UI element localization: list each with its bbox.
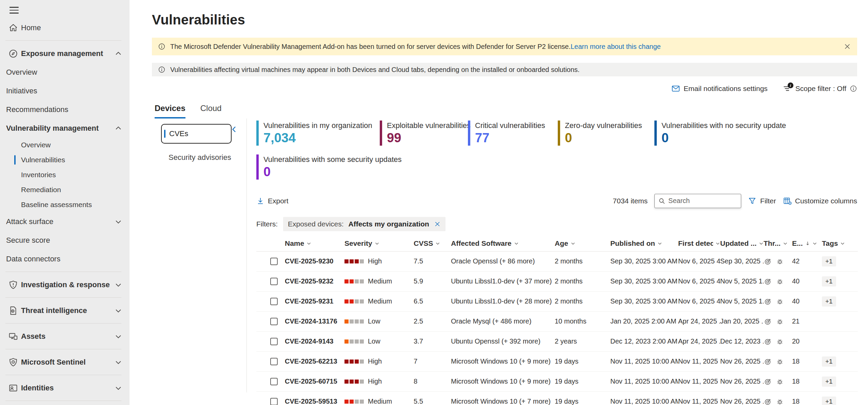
remove-filter-icon[interactable] (434, 221, 441, 227)
sidebar-item-inventories[interactable]: Inventories (0, 167, 130, 182)
tags-badge[interactable]: +1 (822, 397, 836, 405)
exposed-devices-count: 20 (792, 337, 822, 345)
collapse-panel-icon[interactable] (230, 125, 238, 133)
filter-label: Filter (760, 197, 776, 205)
column-header-first-detected[interactable]: First detecte (678, 239, 720, 247)
tab-devices[interactable]: Devices (155, 104, 185, 118)
table-row[interactable]: CVE-2024-9143 Low 3.7 Ubuntu Openssl (+ … (256, 332, 858, 352)
sidebar-item-label: Investigation & response (21, 280, 110, 289)
cve-link[interactable]: CVE-2025-9230 (285, 257, 333, 265)
cve-link[interactable]: CVE-2025-59513 (285, 398, 337, 405)
close-icon[interactable] (844, 43, 851, 50)
license-banner: The Microsoft Defender Vulnerability Man… (152, 38, 857, 55)
row-checkbox[interactable] (270, 318, 278, 325)
filter-button[interactable]: Filter (748, 197, 776, 205)
row-checkbox[interactable] (270, 358, 278, 365)
email-notifications-button[interactable]: Email notifications settings (671, 84, 767, 93)
sidebar-item-threat-intelligence[interactable]: Threat intelligence (0, 301, 130, 320)
scope-filter-button[interactable]: i Scope filter : Off (783, 84, 857, 93)
sidebar-item-data-connectors[interactable]: Data connectors (0, 250, 130, 268)
column-header-published-on[interactable]: Published on (610, 239, 678, 247)
sidebar-item-label: Remediation (21, 186, 61, 194)
row-checkbox[interactable] (270, 258, 278, 265)
stats-row: Vulnerabilities in my organization 7,034… (256, 121, 857, 146)
sidebar-item-remediation[interactable]: Remediation (0, 182, 130, 197)
row-checkbox[interactable] (270, 398, 278, 405)
stat-label: Vulnerabilities with no security update (662, 121, 786, 130)
cve-link[interactable]: CVE-2025-9232 (285, 277, 333, 285)
sidebar-item-overview[interactable]: Overview (0, 63, 130, 81)
column-header-severity[interactable]: Severity (344, 239, 414, 247)
sidebar-item-assets[interactable]: Assets (0, 327, 130, 346)
search-icon (658, 197, 666, 205)
cve-link[interactable]: CVE-2024-9143 (285, 337, 333, 345)
search-input[interactable] (668, 197, 737, 205)
table-row[interactable]: CVE-2025-62213 High 7 Microsoft Windows … (256, 352, 858, 372)
chevron-down-icon (840, 241, 845, 246)
cve-link[interactable]: CVE-2025-62213 (285, 357, 337, 365)
filter-chip-exposed-devices[interactable]: Exposed devices: Affects my organization (283, 217, 446, 231)
sidebar-item-secure-score[interactable]: Secure score (0, 231, 130, 250)
stat-value: 0 (565, 131, 654, 145)
info-icon[interactable] (850, 85, 857, 92)
column-header-cvss[interactable]: CVSS (414, 239, 451, 247)
vm-banner-text: Vulnerabilities affecting virtual machin… (170, 66, 579, 74)
row-checkbox[interactable] (270, 338, 278, 345)
sidebar-item-initiatives[interactable]: Initiatives (0, 81, 130, 100)
column-header-age[interactable]: Age (555, 239, 610, 247)
stat-card-zero-day: Zero-day vulnerabilities 0 (558, 121, 654, 146)
sidebar-item-label: Secure score (6, 236, 50, 245)
table-row[interactable]: CVE-2025-9232 Medium 5.9 Ubuntu Libssl1.… (256, 272, 858, 292)
severity-bar (344, 380, 364, 384)
sidebar-item-home[interactable]: Home (0, 18, 130, 37)
cve-link[interactable]: CVE-2025-9231 (285, 297, 333, 305)
sidebar-item-vulnerabilities[interactable]: Vulnerabilities (0, 152, 130, 167)
column-header-tags[interactable]: Tags (822, 239, 858, 247)
table-row[interactable]: CVE-2025-9231 Medium 6.5 Ubuntu Libssl1.… (256, 292, 858, 312)
column-header-name[interactable]: Name (285, 239, 344, 247)
row-checkbox[interactable] (270, 298, 278, 305)
export-button[interactable]: Export (256, 197, 289, 205)
tags-badge[interactable]: +1 (822, 256, 836, 266)
sidebar-item-microsoft-sentinel[interactable]: Microsoft Sentinel (0, 353, 130, 371)
cve-link[interactable]: CVE-2024-13176 (285, 317, 337, 325)
stat-card-critical: Critical vulnerabilities 77 (468, 121, 558, 146)
cve-link[interactable]: CVE-2025-60715 (285, 378, 337, 385)
tags-badge[interactable]: +1 (822, 356, 836, 367)
sidebar-item-investigation-response[interactable]: Investigation & response (0, 275, 130, 294)
severity-label: High (368, 257, 382, 265)
table-row[interactable]: CVE-2024-13176 Low 2.5 Oracle Mysql (+ 4… (256, 312, 858, 332)
table-row[interactable]: CVE-2025-9230 High 7.5 Oracle Openssl (+… (256, 252, 858, 272)
id-card-icon (8, 383, 18, 393)
bug-icon (776, 398, 784, 405)
sidebar-item-label: Inventories (21, 171, 56, 179)
customize-columns-button[interactable]: Customize columns (783, 197, 857, 205)
subnav-item-cves[interactable]: CVEs (161, 124, 232, 144)
sidebar-item-exposure-management[interactable]: Exposure management (0, 44, 130, 63)
chevron-down-icon (571, 241, 575, 246)
tags-badge[interactable]: +1 (822, 376, 836, 387)
sidebar-item-baseline-assessments[interactable]: Baseline assessments (0, 197, 130, 212)
tags-badge[interactable]: +1 (822, 276, 836, 287)
hamburger-menu-button[interactable] (0, 3, 20, 18)
column-header-exposed-devices[interactable]: E... (792, 239, 822, 247)
subnav-item-security-advisories[interactable]: Security advisories (169, 153, 246, 162)
stat-value: 0 (662, 131, 786, 145)
table-row[interactable]: CVE-2025-59513 Medium 5.5 Microsoft Wind… (256, 392, 858, 405)
sidebar-item-recommendations[interactable]: Recommendations (0, 100, 130, 119)
column-header-updated[interactable]: Updated ... (720, 239, 764, 247)
published-on: Sep 30, 2025 3:00 AM (610, 297, 678, 305)
column-header-affected-software[interactable]: Affected Software (451, 239, 555, 247)
sidebar-item-vulnerability-management[interactable]: Vulnerability management (0, 119, 130, 137)
learn-more-link[interactable]: Learn more about this change (571, 43, 661, 50)
row-checkbox[interactable] (270, 278, 278, 285)
table-row[interactable]: CVE-2025-60715 High 8 Microsoft Windows … (256, 372, 858, 392)
sidebar-item-attack-surface[interactable]: Attack surface (0, 212, 130, 231)
row-checkbox[interactable] (270, 378, 278, 385)
tab-cloud[interactable]: Cloud (200, 104, 222, 118)
sidebar-item-vm-overview[interactable]: Overview (0, 137, 130, 152)
sidebar-item-identities[interactable]: Identities (0, 379, 130, 397)
tags-badge[interactable]: +1 (822, 296, 836, 307)
search-box[interactable] (654, 194, 741, 208)
column-header-threats[interactable]: Thr... (764, 239, 792, 247)
